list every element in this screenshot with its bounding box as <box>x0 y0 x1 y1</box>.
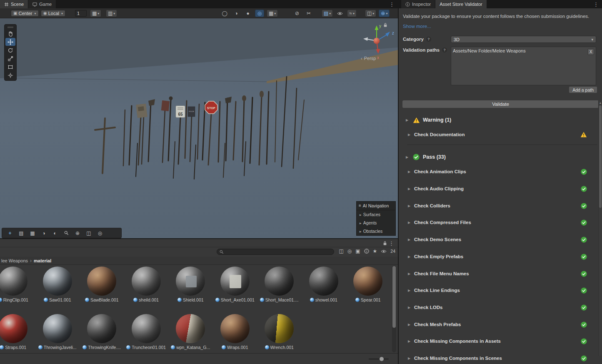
shaded-wireframe-button[interactable]: ◯ <box>220 10 229 17</box>
breadcrumb-parent[interactable]: lee Weapons <box>1 258 28 263</box>
shading-mode-button[interactable]: ◑ <box>232 10 241 17</box>
overlay-drag-handle[interactable] <box>7 27 13 28</box>
asset-thumbnail[interactable]: Shield.001 <box>168 267 213 302</box>
check-item-row[interactable]: ▶ Check Documentation <box>399 131 599 138</box>
check-item-row[interactable]: ▶Check LODs <box>399 304 599 311</box>
slider-knob[interactable] <box>380 357 384 361</box>
tab-game[interactable]: Game <box>28 0 56 8</box>
validator-scrollbar[interactable]: ▴ <box>598 101 602 356</box>
gizmo-lock-icon[interactable] <box>383 22 387 28</box>
asset-thumbnail[interactable]: showel.001 <box>302 267 346 302</box>
filter-by-label-icon[interactable]: ▣ <box>355 249 360 254</box>
check-item-row[interactable]: ▶Check Animation Clips <box>399 168 599 175</box>
asset-thumbnail[interactable]: Spear.001 <box>346 267 390 302</box>
cutting-tool-button[interactable]: ✂ <box>304 10 313 17</box>
check-item-row[interactable]: ▶Check File Menu Names <box>399 270 599 277</box>
rect-tool-button[interactable] <box>5 63 15 71</box>
align-view-button[interactable]: ▤ <box>17 229 26 237</box>
expander-icon[interactable]: ▶ <box>408 170 410 174</box>
ai-navigation-header[interactable]: ≡ AI Navigation <box>357 202 395 210</box>
info-icon[interactable] <box>364 249 369 254</box>
validation-path-row[interactable]: Assets/New Folder/Melee Weapons <box>451 47 596 55</box>
check-item-row[interactable]: ▶Check Missing Components in Assets <box>399 337 599 345</box>
expander-icon[interactable]: ▶ <box>406 118 408 122</box>
lock-icon[interactable] <box>383 241 387 247</box>
nav-item-surfaces[interactable]: ▶ Surfaces <box>357 210 395 219</box>
project-search-field[interactable] <box>217 249 334 255</box>
asset-thumbnail[interactable]: RingClip.001 <box>0 267 35 302</box>
search-input[interactable] <box>225 249 331 255</box>
asset-thumbnail[interactable]: wpn_Katana_G... <box>168 314 213 350</box>
scrollbar-thumb[interactable] <box>599 105 602 208</box>
layers-overlay-button[interactable]: ◫ <box>84 229 93 237</box>
asset-thumbnail[interactable]: Straps.001 <box>0 314 35 350</box>
view-hand-tool-button[interactable] <box>5 30 15 37</box>
category-dropdown[interactable]: 3D ▾ <box>451 36 596 43</box>
asset-thumbnail[interactable]: Short_Axe01.001 <box>213 267 257 302</box>
expander-icon[interactable]: ▶ <box>408 323 410 327</box>
expander-icon[interactable]: ▶ <box>406 155 408 159</box>
audio-waves-button[interactable]: ≈ ▾ <box>347 10 357 17</box>
hidden-objects-button[interactable]: ⊘ <box>292 10 302 17</box>
expander-icon[interactable]: ▶ <box>408 187 410 191</box>
scene-menu-kebab-icon[interactable]: ⋮ <box>389 2 395 7</box>
check-item-row[interactable]: ▶Check Audio Clipping <box>399 185 599 192</box>
expander-icon[interactable]: ▶ <box>408 221 410 224</box>
layers-dropdown-button[interactable]: ▤ ▾ <box>322 10 333 17</box>
remove-path-button[interactable]: X <box>587 49 594 55</box>
expander-icon[interactable]: ▶ <box>408 357 410 360</box>
scale-tool-button[interactable] <box>5 55 15 62</box>
favorites-star-icon[interactable]: ★ <box>373 249 377 254</box>
expander-icon[interactable]: ▶ <box>408 339 410 343</box>
projection-toggle[interactable]: ‹ Persp <box>361 56 376 61</box>
show-more-link[interactable]: Show more... <box>403 24 431 29</box>
nav-item-agents[interactable]: ▶ Agents <box>357 219 395 227</box>
effects-dropdown-button[interactable]: ▦ ▾ <box>267 10 278 17</box>
project-menu-kebab-icon[interactable]: ⋮ <box>389 241 394 246</box>
expander-icon[interactable]: ▶ <box>408 255 410 259</box>
move-overlay-button[interactable]: ⊕ <box>73 229 82 237</box>
scroll-up-arrow-icon[interactable]: ▴ <box>599 101 602 105</box>
check-item-row[interactable]: ▶Check Demo Scenes <box>399 236 599 243</box>
hidden-count-eye-icon[interactable] <box>381 249 387 253</box>
pan-tool-button[interactable]: + <box>5 229 15 237</box>
grid-overlay-button[interactable]: ▦ <box>28 229 37 237</box>
check-item-row[interactable]: ▶Check Line Endings <box>399 287 599 294</box>
snap-settings-button[interactable]: ▥ ▾ <box>106 10 117 17</box>
check-item-row[interactable]: ▶Check Empty Prefabs <box>399 253 599 260</box>
check-item-row[interactable]: ▶Check Colliders <box>399 202 599 209</box>
asset-thumbnail[interactable]: ThrowingJaveli... <box>35 314 80 350</box>
pivot-dropdown[interactable]: ▣ Center ▾ <box>11 10 39 17</box>
inspector-menu-kebab-icon[interactable]: ⋮ <box>593 2 599 7</box>
check-item-row[interactable]: ▶Check Missing Components in Scenes <box>399 354 599 362</box>
asset-thumbnail[interactable]: sheild.001 <box>124 267 169 302</box>
asset-thumbnail[interactable]: Wrench.001 <box>257 314 302 350</box>
check-item-row[interactable]: ▶Check Compressed Files <box>399 219 599 226</box>
expander-icon[interactable]: ▶ <box>408 272 410 276</box>
tab-scene[interactable]: Scene <box>0 0 28 8</box>
scrollbar-thumb[interactable] <box>392 266 396 328</box>
paint-tool-button[interactable]: ◐ <box>50 229 60 237</box>
scene-viewport[interactable]: 65 POLICE STOP y <box>0 18 398 238</box>
expander-icon[interactable]: ▶ <box>408 133 410 137</box>
search-in-packages-icon[interactable]: ◫ <box>339 249 343 254</box>
split-view-button[interactable]: ◫ ▾ <box>365 10 376 17</box>
orientation-dropdown[interactable]: ◉ Local ▾ <box>41 10 65 17</box>
rendering-debug-button[interactable]: ◎ <box>255 10 264 17</box>
rotate-tool-button[interactable] <box>5 46 15 54</box>
transform-tool-button[interactable] <box>5 71 15 79</box>
filter-by-type-icon[interactable]: ◎ <box>347 249 352 254</box>
grid-size-input[interactable] <box>75 10 87 17</box>
grid-visibility-button[interactable]: ▦ ▾ <box>90 10 101 17</box>
warning-section-header[interactable]: ▶ Warning (1) <box>399 116 599 124</box>
thumbnail-size-slider[interactable] <box>369 359 389 359</box>
lighting-toggle-button[interactable]: ● <box>243 10 252 17</box>
category-help-icon[interactable]: ? <box>426 37 431 42</box>
compass-button[interactable]: ◎ <box>95 229 105 237</box>
validation-paths-box[interactable]: Assets/New Folder/Melee Weapons X <box>451 47 596 85</box>
add-path-button[interactable]: Add a path <box>569 87 597 93</box>
asset-thumbnail[interactable]: SawBlade.001 <box>80 267 124 302</box>
scene-visibility-button[interactable] <box>335 10 345 17</box>
project-scrollbar[interactable] <box>392 266 396 352</box>
shading-sphere-button[interactable]: ◑ <box>39 229 48 237</box>
